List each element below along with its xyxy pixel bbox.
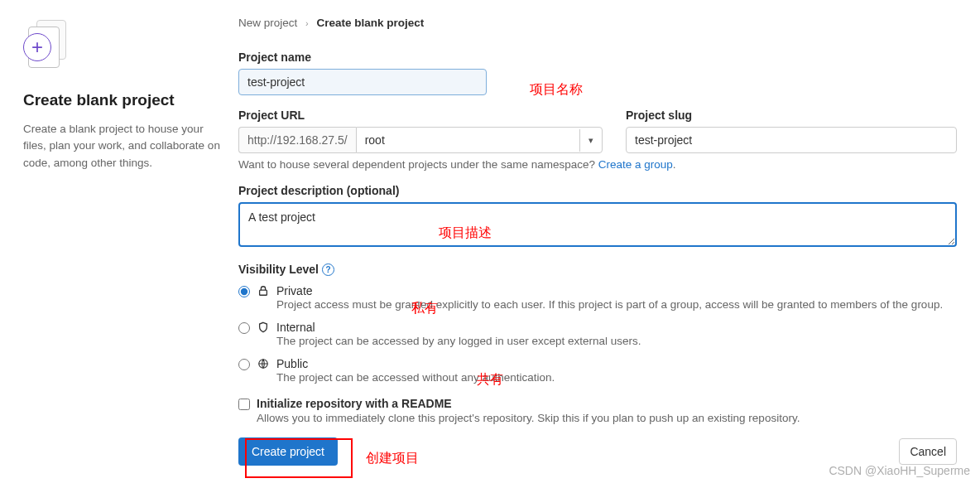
visibility-public-desc: The project can be accessed without any …: [276, 371, 957, 384]
visibility-internal-radio[interactable]: [238, 322, 250, 334]
blank-project-icon: +: [23, 20, 225, 68]
namespace-hint: Want to house several dependent projects…: [238, 158, 957, 171]
page-title: Create blank project: [23, 91, 225, 109]
visibility-label: Visibility Level: [238, 263, 319, 276]
project-description-label: Project description (optional): [238, 184, 957, 197]
globe-icon: [257, 358, 270, 370]
project-slug-input[interactable]: [626, 127, 957, 153]
visibility-public-title: Public: [276, 357, 957, 370]
project-url-label: Project URL: [238, 109, 603, 122]
create-group-link[interactable]: Create a group: [598, 158, 673, 171]
visibility-internal-title: Internal: [276, 321, 957, 334]
init-readme-checkbox[interactable]: [238, 399, 250, 410]
visibility-public-radio[interactable]: [238, 359, 250, 370]
project-description-input[interactable]: A test project: [238, 202, 957, 247]
visibility-private-desc: Project access must be granted explicitl…: [276, 298, 957, 311]
svg-rect-0: [260, 290, 267, 295]
cancel-button[interactable]: Cancel: [899, 438, 957, 465]
namespace-value: root: [357, 128, 579, 152]
project-name-input[interactable]: [238, 69, 487, 95]
init-readme-label: Initialize repository with a README: [257, 397, 452, 410]
visibility-private-title: Private: [276, 284, 957, 297]
breadcrumb-current: Create blank project: [316, 17, 424, 29]
visibility-private-radio[interactable]: [238, 286, 250, 297]
breadcrumb-parent[interactable]: New project: [238, 17, 297, 29]
project-url-prefix: http://192.168.27.5/: [238, 127, 356, 153]
project-slug-label: Project slug: [626, 109, 957, 122]
help-icon[interactable]: ?: [322, 263, 334, 276]
init-readme-desc: Allows you to immediately clone this pro…: [257, 412, 800, 424]
page-description: Create a blank project to house your fil…: [23, 121, 225, 172]
chevron-right-icon: ›: [305, 18, 309, 28]
breadcrumb: New project › Create blank project: [238, 17, 957, 29]
lock-icon: [257, 285, 270, 297]
watermark: CSDN @XiaoHH_Superme: [829, 464, 970, 477]
create-project-button[interactable]: Create project: [238, 437, 338, 466]
chevron-down-icon: ▾: [579, 129, 602, 152]
visibility-internal-desc: The project can be accessed by any logge…: [276, 335, 957, 347]
project-name-label: Project name: [238, 51, 487, 64]
namespace-select[interactable]: root ▾: [356, 127, 603, 153]
shield-icon: [257, 321, 270, 333]
